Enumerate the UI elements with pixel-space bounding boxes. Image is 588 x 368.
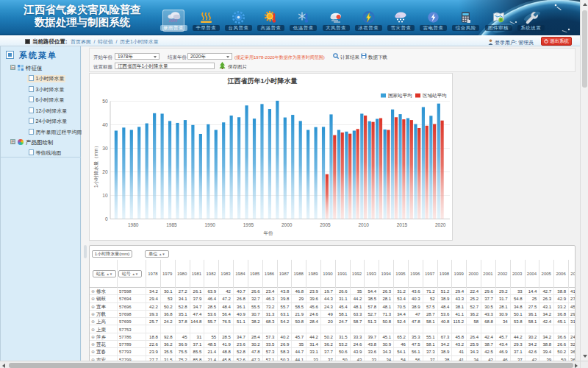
svg-text:2020: 2020 [435, 222, 446, 227]
svg-text:1985: 1985 [166, 222, 177, 227]
svg-text:0: 0 [105, 216, 108, 222]
svg-text:30: 30 [102, 146, 108, 151]
svg-text:2010: 2010 [358, 222, 369, 227]
svg-text:区域站平均: 区域站平均 [423, 93, 447, 99]
svg-text:10: 10 [102, 193, 108, 198]
svg-text:1小时降水量（mm）: 1小时降水量（mm） [93, 144, 99, 188]
svg-text:国家站平均: 国家站平均 [388, 93, 412, 99]
svg-text:1980: 1980 [128, 222, 139, 227]
svg-text:2000: 2000 [282, 222, 293, 227]
svg-text:1995: 1995 [243, 222, 254, 227]
svg-text:40: 40 [102, 122, 108, 127]
svg-text:50: 50 [102, 99, 108, 104]
svg-text:年份: 年份 [264, 230, 274, 236]
svg-text:2015: 2015 [397, 222, 408, 227]
svg-text:20: 20 [102, 169, 108, 174]
svg-text:2005: 2005 [320, 222, 331, 227]
svg-text:1990: 1990 [204, 222, 215, 227]
